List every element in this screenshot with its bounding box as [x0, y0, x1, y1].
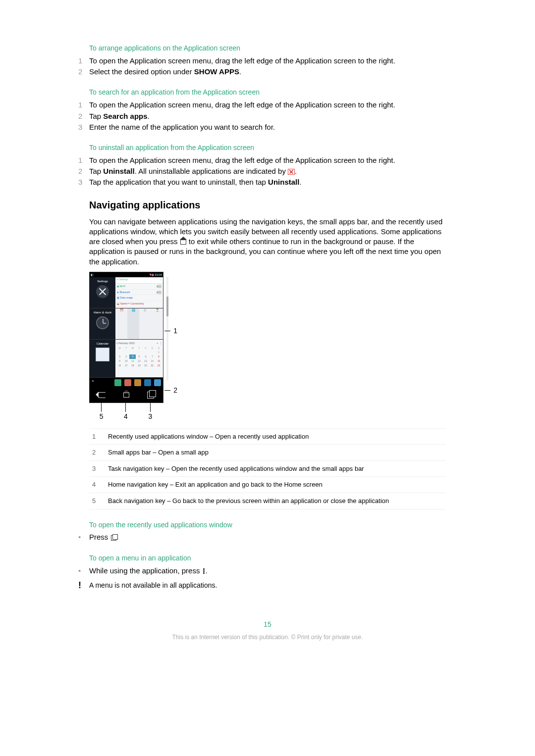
legend-num: 4	[89, 480, 108, 489]
status-bar: ◧ ◥ ▮ 23:09	[90, 272, 163, 277]
small-app-icon	[154, 379, 161, 386]
recent-row-alarm: Alarm & clock ⏰ 🌐 ⏱ ⏳	[90, 308, 163, 340]
text: .	[239, 67, 241, 76]
note-text: A menu is not available in all applicati…	[89, 581, 217, 590]
bullet: •	[78, 566, 89, 576]
text: While using the application, press	[89, 566, 202, 575]
figure-legend: 1Recently used applications window – Ope…	[89, 428, 446, 509]
small-apps-bar: ˄	[90, 378, 163, 388]
page-number: 15	[89, 620, 446, 629]
text: .	[295, 167, 297, 175]
legend-num: 3	[89, 464, 108, 473]
subheading-open-recent: To open the recently used applications w…	[89, 520, 446, 530]
subheading-arrange: To arrange applications on the Applicati…	[89, 44, 446, 53]
step-text: Tap Uninstall. All uninstallable applica…	[89, 166, 446, 176]
steps-arrange: 1 To open the Application screen menu, d…	[89, 56, 446, 77]
step-text: Enter the name of the application you wa…	[89, 122, 446, 132]
recent-label: Calendar	[90, 342, 115, 346]
recent-row-settings: Settings ◂ Settings⌕ ◉ Wi-Fi ◈ Bluetooth…	[90, 277, 163, 308]
step-number: 1	[78, 100, 89, 110]
status-time: 23:09	[155, 273, 162, 276]
x-icon	[288, 169, 295, 175]
text: Select the desired option under	[89, 67, 194, 76]
subheading-uninstall: To uninstall an application from the App…	[89, 143, 446, 152]
back-nav-key	[90, 388, 114, 403]
bullet: •	[78, 532, 89, 542]
text: . All uninstallable applications are ind…	[135, 167, 288, 175]
bold: Search apps	[103, 112, 147, 120]
text: .	[206, 566, 208, 575]
recent-label: Alarm & clock	[90, 310, 115, 314]
step-text: Press .	[89, 532, 446, 542]
bold: SHOW APPS	[194, 67, 239, 76]
text: Press	[89, 533, 110, 541]
navigation-bar	[90, 388, 163, 403]
step-number: 3	[78, 122, 89, 132]
annot-1: 1	[173, 326, 177, 336]
legend-num: 1	[89, 432, 108, 441]
small-app-icon	[134, 379, 141, 386]
chevron-up-icon: ˄	[92, 379, 94, 386]
task-icon	[111, 535, 116, 541]
text: Tap	[89, 112, 103, 120]
navigating-paragraph: You can navigate between applications us…	[89, 217, 446, 267]
annot-5: 5	[89, 412, 113, 421]
annot-2: 2	[173, 386, 177, 395]
figure-recent-apps: ◧ ◥ ▮ 23:09 Settings ◂ Settings⌕ ◉ Wi-Fi	[89, 272, 173, 421]
step-number: 2	[78, 67, 89, 77]
menu-icon	[203, 568, 205, 574]
step-number: 3	[78, 177, 89, 187]
task-nav-key	[139, 388, 163, 403]
heading-navigating: Navigating applications	[89, 199, 446, 212]
legend-text: Small apps bar – Open a small app	[108, 448, 209, 457]
legend-text: Back navigation key – Go back to the pre…	[108, 497, 389, 505]
steps-uninstall: 1 To open the Application screen menu, d…	[89, 155, 446, 188]
text: .	[148, 112, 150, 120]
step-number: 1	[78, 56, 89, 66]
step-text: To open the Application screen menu, dra…	[89, 56, 446, 66]
small-app-icon	[144, 379, 151, 386]
legend-text: Task navigation key – Open the recently …	[108, 464, 364, 473]
home-nav-key	[114, 388, 138, 403]
bold: Uninstall	[103, 167, 134, 175]
calendar-icon	[96, 348, 109, 361]
annot-4: 4	[113, 412, 138, 421]
step-number: 1	[78, 155, 89, 165]
annot-3: 3	[138, 412, 162, 421]
recent-label: Settings	[90, 279, 115, 283]
step-number: 2	[78, 111, 89, 121]
legend-num: 5	[89, 497, 108, 505]
scrollbar	[166, 277, 168, 381]
step-number: 2	[78, 166, 89, 176]
text: Tap the application that you want to uni…	[89, 178, 268, 186]
step-text: Select the desired option under SHOW APP…	[89, 67, 446, 77]
small-app-icon	[124, 379, 131, 386]
legend-num: 2	[89, 448, 108, 457]
tools-icon	[96, 285, 109, 298]
step-text: While using the application, press .	[89, 566, 446, 576]
steps-search: 1 To open the Application screen menu, d…	[89, 100, 446, 132]
legend-text: Recently used applications window – Open…	[108, 432, 309, 441]
step-text: Tap Search apps.	[89, 111, 446, 121]
home-icon	[180, 240, 186, 245]
text: Tap	[89, 167, 103, 175]
clock-icon	[96, 316, 109, 329]
text: .	[299, 178, 301, 186]
subheading-search: To search for an application from the Ap…	[89, 88, 446, 97]
caution-icon: !	[78, 581, 89, 590]
recent-row-calendar: Calendar ≡ February 2015+ ⋮ MTWTFSS 1 23…	[90, 340, 163, 378]
bold: Uninstall	[268, 178, 299, 186]
footer-text: This is an Internet version of this publ…	[89, 633, 446, 641]
subheading-open-menu: To open a menu in an application	[89, 554, 446, 563]
step-text: To open the Application screen menu, dra…	[89, 155, 446, 165]
legend-text: Home navigation key – Exit an applicatio…	[108, 480, 322, 489]
step-text: Tap the application that you want to uni…	[89, 177, 446, 187]
small-app-icon	[114, 379, 121, 386]
step-text: To open the Application screen menu, dra…	[89, 100, 446, 110]
